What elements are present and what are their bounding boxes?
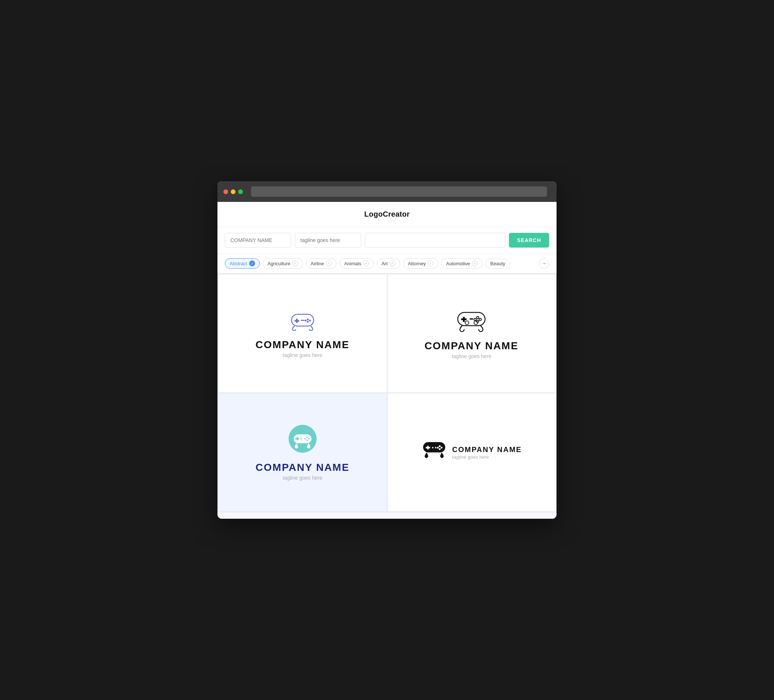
browser-dots xyxy=(223,189,243,194)
filter-chip-automotive[interactable]: Automotive ✓ xyxy=(441,258,483,269)
check-icon-airline: ✓ xyxy=(326,261,332,266)
check-icon-animals: ✓ xyxy=(363,261,369,266)
filter-chip-airline[interactable]: Airline ✓ xyxy=(306,258,336,269)
logo-card-2[interactable]: COMPANY NAME tagline goes here xyxy=(388,274,556,392)
svg-point-32 xyxy=(438,445,440,447)
logo-card-1[interactable]: COMPANY NAME tagline goes here xyxy=(218,274,387,392)
filter-chip-art[interactable]: Art ✓ xyxy=(377,258,400,269)
svg-rect-11 xyxy=(461,318,466,320)
svg-point-25 xyxy=(306,439,308,441)
svg-point-12 xyxy=(476,317,479,319)
address-bar xyxy=(251,187,547,197)
filter-label-abstract: Abstract xyxy=(230,261,247,266)
filter-label-art: Art xyxy=(382,261,388,266)
gamepad-icon-1 xyxy=(288,309,318,332)
svg-point-35 xyxy=(437,447,438,448)
filter-label-animals: Animals xyxy=(344,261,361,266)
gamepad-icon-3 xyxy=(288,424,318,455)
svg-point-17 xyxy=(465,321,469,325)
svg-rect-2 xyxy=(294,320,299,322)
svg-rect-8 xyxy=(303,320,304,321)
app-header: LogoCreator xyxy=(217,202,557,227)
filter-next-button[interactable]: → xyxy=(539,258,549,269)
svg-point-34 xyxy=(438,448,440,450)
company-name-2: COMPANY NAME xyxy=(425,340,519,352)
check-icon-abstract: ✓ xyxy=(249,261,255,266)
check-icon-automotive: ✓ xyxy=(472,261,478,266)
filter-bar: Abstract ✓ Agriculture ✓ Airline ✓ Anima… xyxy=(217,254,557,273)
svg-point-37 xyxy=(435,447,437,448)
svg-point-24 xyxy=(308,438,309,439)
svg-rect-31 xyxy=(426,447,430,448)
gamepad-icon-2 xyxy=(455,308,488,333)
logo-inline-4: COMPANY NAME tagline goes here xyxy=(421,438,522,467)
svg-point-18 xyxy=(474,321,478,325)
svg-point-3 xyxy=(307,319,309,320)
dot-green[interactable] xyxy=(238,189,243,194)
filter-label-attorney: Attorney xyxy=(408,261,426,266)
filter-label-airline: Airline xyxy=(311,261,324,266)
search-bar: SEARCH xyxy=(217,227,557,254)
svg-point-13 xyxy=(479,318,481,320)
extra-input[interactable] xyxy=(365,233,505,248)
svg-point-6 xyxy=(304,320,306,322)
svg-point-26 xyxy=(304,438,306,439)
svg-point-4 xyxy=(309,320,311,322)
filter-chip-abstract[interactable]: Abstract ✓ xyxy=(225,258,260,269)
svg-point-23 xyxy=(306,437,308,438)
filter-label-automotive: Automotive xyxy=(446,261,470,266)
company-name-input[interactable] xyxy=(225,233,291,248)
svg-rect-22 xyxy=(295,438,299,439)
check-icon-art: ✓ xyxy=(390,261,395,266)
filter-label-beauty: Beauty xyxy=(490,261,505,266)
tagline-input[interactable] xyxy=(295,233,361,248)
svg-point-15 xyxy=(474,318,476,320)
svg-rect-16 xyxy=(470,318,473,320)
company-name-4: COMPANY NAME xyxy=(452,446,522,454)
tagline-2: tagline goes here xyxy=(452,353,491,359)
browser-window: LogoCreator SEARCH Abstract ✓ Agricultur… xyxy=(217,181,557,519)
filter-chip-beauty[interactable]: Beauty xyxy=(485,259,510,269)
tagline-3: tagline goes here xyxy=(283,475,322,481)
logo-card-3[interactable]: COMPANY NAME tagline goes here xyxy=(218,393,387,511)
logo-grid: COMPANY NAME tagline goes here xyxy=(217,273,557,512)
svg-rect-7 xyxy=(301,320,303,321)
filter-chip-animals[interactable]: Animals ✓ xyxy=(339,258,374,269)
gamepad-icon-4 xyxy=(421,438,447,460)
tagline-4: tagline goes here xyxy=(452,454,522,460)
company-name-3: COMPANY NAME xyxy=(255,462,349,474)
dot-red[interactable] xyxy=(223,189,228,194)
check-icon-attorney: ✓ xyxy=(428,261,433,266)
logo-text-wrap-4: COMPANY NAME tagline goes here xyxy=(452,446,522,460)
svg-point-5 xyxy=(307,321,309,323)
app-title: LogoCreator xyxy=(364,210,410,218)
svg-point-33 xyxy=(440,447,442,448)
company-name-1: COMPANY NAME xyxy=(255,339,349,351)
check-icon-agriculture: ✓ xyxy=(292,261,298,266)
filter-label-agriculture: Agriculture xyxy=(268,261,290,266)
tagline-1: tagline goes here xyxy=(283,352,322,358)
browser-toolbar xyxy=(217,181,557,202)
logo-card-4[interactable]: COMPANY NAME tagline goes here xyxy=(388,393,556,511)
search-button[interactable]: SEARCH xyxy=(509,233,549,248)
svg-point-36 xyxy=(432,447,433,448)
dot-yellow[interactable] xyxy=(231,189,235,194)
app-content: LogoCreator SEARCH Abstract ✓ Agricultur… xyxy=(217,202,557,519)
filter-chip-agriculture[interactable]: Agriculture ✓ xyxy=(263,258,303,269)
filter-chip-attorney[interactable]: Attorney ✓ xyxy=(403,258,438,269)
